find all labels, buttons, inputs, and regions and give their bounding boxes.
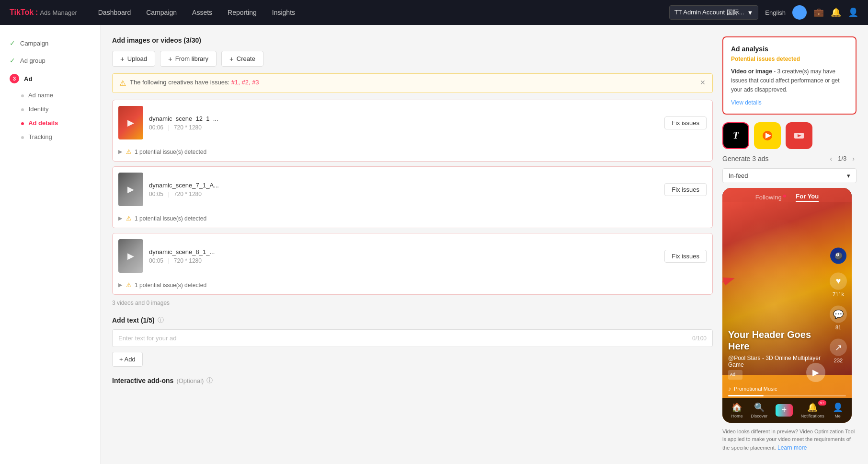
nav-reporting[interactable]: Reporting (221, 6, 263, 19)
phone-tab-following[interactable]: Following (755, 194, 787, 201)
close-icon[interactable]: ✕ (700, 79, 706, 86)
briefcase-icon[interactable]: 💼 (813, 7, 824, 18)
placement-label: In-feed (729, 172, 748, 179)
sidebar-sub-tracking[interactable]: Tracking (0, 130, 100, 144)
issue-link-2[interactable]: #2, (241, 79, 250, 86)
sidebar-item-campaign[interactable]: ✓ Campaign (0, 35, 100, 52)
issue-row-2[interactable]: ▶ ⚠ 1 potential issue(s) detected (118, 211, 707, 222)
top-navigation: TikTok : Ads Manager Dashboard Campaign … (0, 0, 868, 25)
issue-link-3[interactable]: #3 (252, 79, 259, 86)
preview-icon-tiktok[interactable]: T (722, 122, 749, 149)
sep-2: | (168, 191, 169, 197)
user-avatar-phone[interactable]: 🎱 (830, 247, 846, 264)
create-button[interactable]: + Create (221, 51, 263, 67)
fix-btn-1[interactable]: Fix issues (664, 116, 707, 129)
page-indicator: 1/3 (838, 155, 846, 162)
phone-progress-bar[interactable] (728, 395, 846, 396)
issue-warn-icon-1: ⚠ (126, 148, 132, 155)
video-info-3: dynamic_scene_8_1_... 00:05 | 720 * 1280 (149, 248, 659, 264)
ad-analysis-panel: Ad analysis Potential issues detected Vi… (722, 36, 857, 115)
notification-icon[interactable]: 🔔 (831, 7, 841, 18)
info-icon-interactive[interactable]: ⓘ (206, 376, 213, 385)
upload-button[interactable]: + Upload (112, 51, 155, 67)
nav-insights[interactable]: Insights (265, 6, 302, 19)
add-text-section: Add text (1/5) ⓘ Enter text for your ad … (112, 316, 713, 367)
like-action[interactable]: ♥ 711k (830, 272, 847, 297)
learn-more-link[interactable]: Learn more (777, 444, 807, 451)
expand-arrow-1: ▶ (118, 149, 122, 155)
notifications-icon: 🔔 (807, 402, 818, 413)
video-res-1: 720 * 1280 (174, 124, 202, 131)
potential-issues-badge: Potential issues detected (731, 56, 848, 62)
prev-arrow[interactable]: ‹ (828, 154, 834, 163)
play-icon-1: ▶ (127, 117, 134, 128)
text-placeholder: Enter text for your ad (118, 335, 176, 342)
video-info-2: dynamic_scene_7_1_A... 00:05 | 720 * 128… (149, 182, 659, 197)
sidebar-sub-identity[interactable]: Identity (0, 102, 100, 116)
phone-tab-foryou[interactable]: For You (796, 193, 819, 202)
from-library-button[interactable]: + From library (160, 51, 217, 67)
phone-play-btn[interactable]: ▶ (806, 363, 825, 382)
nav-dashboard[interactable]: Dashboard (91, 6, 138, 19)
plus-icon-create: + (229, 55, 234, 63)
preview-icon-pangle[interactable] (754, 122, 781, 149)
right-panel: Ad analysis Potential issues detected Vi… (722, 36, 857, 452)
issue-row-3[interactable]: ▶ ⚠ 1 potential issue(s) detected (118, 278, 707, 289)
add-text-button[interactable]: + Add (112, 352, 143, 367)
user-icon[interactable]: 👤 (848, 7, 858, 18)
phone-top-bar: Following For You (722, 188, 852, 205)
add-text-label-row: Add text (1/5) ⓘ (112, 316, 713, 325)
sidebar-item-adgroup[interactable]: ✓ Ad group (0, 52, 100, 69)
preview-icon-red[interactable] (786, 122, 812, 149)
ad-badge-phone: Ad (728, 370, 742, 380)
phone-nav-notifications[interactable]: 🔔 Notifications 9+ (801, 402, 824, 418)
language-selector[interactable]: English (765, 9, 786, 16)
video-item-2-inner: ▶ dynamic_scene_7_1_A... 00:05 | 720 * 1… (118, 173, 707, 206)
share-action[interactable]: ↗ 232 (830, 338, 847, 363)
music-note-icon: ♪ (728, 385, 731, 392)
phone-nav-home[interactable]: 🏠 Home (731, 402, 742, 418)
video-meta-2: 00:05 | 720 * 1280 (149, 191, 659, 197)
sidebar-item-ad[interactable]: 3 Ad (0, 69, 100, 88)
phone-nav-me[interactable]: 👤 Me (833, 402, 843, 418)
main-content: Add images or videos (3/30) + Upload + F… (101, 25, 868, 464)
fix-btn-2[interactable]: Fix issues (664, 183, 707, 196)
notifications-label: Notifications (801, 414, 824, 418)
fix-btn-3[interactable]: Fix issues (664, 250, 707, 263)
info-icon-text[interactable]: ⓘ (158, 316, 164, 325)
issue-text-3: 1 potential issue(s) detected (135, 282, 206, 289)
issue-warn-icon-2: ⚠ (126, 215, 132, 222)
add-text-label: + Add (119, 356, 136, 363)
placement-dropdown[interactable]: In-feed ▾ (722, 168, 857, 183)
phone-nav-create[interactable]: + (776, 404, 793, 417)
next-arrow[interactable]: › (850, 154, 857, 163)
user-avatar-wrap: 🎱 (830, 247, 846, 264)
video-duration-2: 00:05 (149, 191, 163, 197)
view-details-link[interactable]: View details (731, 99, 762, 106)
sidebar-label-adgroup: Ad group (20, 57, 46, 64)
sidebar-sub-addetails[interactable]: Ad details (0, 116, 100, 130)
comment-action[interactable]: 💬 81 (830, 305, 847, 330)
video-res-3: 720 * 1280 (174, 257, 202, 264)
like-count: 711k (833, 291, 844, 297)
phone-nav-discover[interactable]: 🔍 Discover (751, 402, 767, 418)
phone-progress-fill (728, 395, 764, 396)
nav-campaign[interactable]: Campaign (139, 6, 183, 19)
plus-create-icon: + (782, 405, 787, 415)
issue-link-1[interactable]: #1, (231, 79, 240, 86)
notif-dot (783, 195, 786, 197)
dot-icon-identity (21, 108, 24, 111)
upload-label: Upload (127, 55, 147, 62)
create-label: Create (237, 55, 255, 62)
nav-assets[interactable]: Assets (185, 6, 219, 19)
sidebar-sub-adname[interactable]: Ad name (0, 88, 100, 102)
ad-text-input[interactable]: Enter text for your ad 0/100 (112, 329, 713, 347)
avatar[interactable] (792, 5, 807, 20)
preview-icons-row: T (722, 122, 857, 149)
video-name-1: dynamic_scene_12_1_... (149, 115, 659, 122)
comment-count: 81 (835, 324, 841, 330)
account-selector[interactable]: TT Admin Account 国际... ▼ (669, 5, 759, 20)
interactive-title: Interactive add-ons (112, 377, 173, 384)
issue-row-1[interactable]: ▶ ⚠ 1 potential issue(s) detected (118, 144, 707, 155)
video-item-1: ▶ dynamic_scene_12_1_... 00:06 | 720 * 1… (112, 100, 713, 162)
